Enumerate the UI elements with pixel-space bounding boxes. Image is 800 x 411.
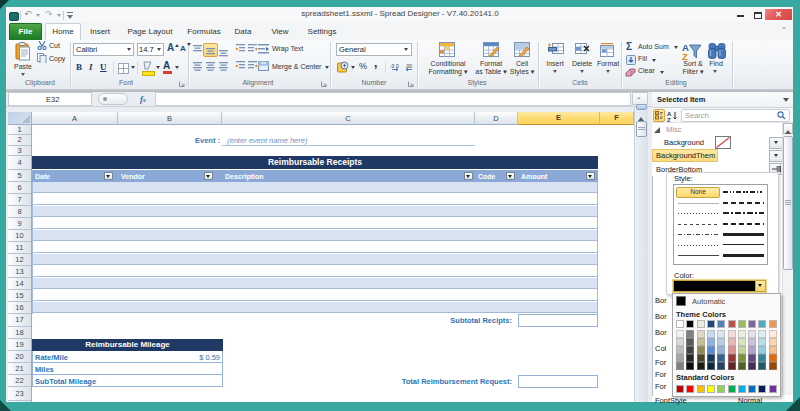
svg-text:Z: Z	[667, 117, 671, 123]
svg-text:.0: .0	[390, 63, 394, 69]
svg-text:.00: .00	[405, 63, 412, 69]
svg-text:0: 0	[396, 63, 399, 69]
